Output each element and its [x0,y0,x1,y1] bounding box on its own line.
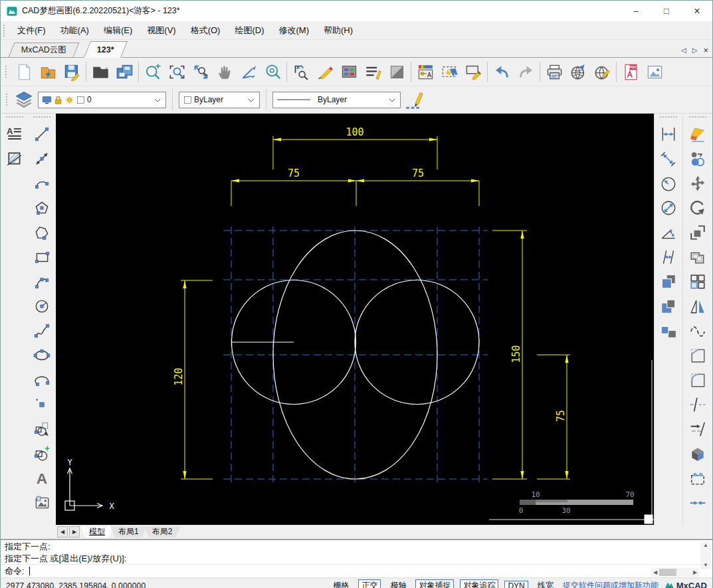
layout-tab-布局2[interactable]: 布局2 [144,526,181,538]
menu-文件(F)[interactable]: 文件(F) [10,21,53,39]
menu-编辑(E)[interactable]: 编辑(E) [96,21,140,39]
arc-sce-button[interactable] [30,171,54,195]
polyline-button[interactable] [30,221,54,245]
xline-button[interactable] [30,147,54,171]
close-button[interactable]: × [682,1,712,21]
tab-scroll-right-button[interactable]: ▷ [692,47,698,54]
draworder-back-button[interactable] [657,294,680,318]
feedback-link[interactable]: 提交软件问题或增加新功能 [563,580,659,588]
insert-image-button[interactable] [643,60,666,84]
color-palette-button[interactable] [337,60,361,84]
toggle-栅格[interactable]: 栅格 [330,579,352,588]
drawing-viewport[interactable]: 100 75 75 120 [56,114,654,525]
polygon-button[interactable] [30,196,54,220]
paper-corner-grip[interactable] [645,515,653,524]
tab-scroll-left-button[interactable]: ◁ [681,47,686,54]
dim-radius-button[interactable] [657,171,680,195]
rectangle-button[interactable] [30,245,54,269]
minimize-button[interactable]: – [621,1,651,21]
mirror-button[interactable] [686,294,710,318]
layout-scroll-left-button[interactable]: ◀ [57,526,68,538]
draworder-above-button[interactable] [657,319,680,343]
circle-radius-button[interactable] [30,294,54,318]
command-vertical-scrollbar[interactable]: ▲ ▼ [700,541,711,569]
join-button[interactable] [686,491,710,515]
document-tab-MxCAD云图[interactable]: MxCAD云图 [9,43,80,57]
scroll-up-icon[interactable]: ▲ [703,543,708,548]
maximize-button[interactable]: □ [651,1,682,21]
dim-diameter-button[interactable] [657,196,680,220]
open-folder-button[interactable] [88,60,112,84]
dim-linear-button[interactable] [657,122,680,146]
view-previous-button[interactable] [289,60,313,84]
open-url-button[interactable] [590,60,614,84]
fit-spline-button[interactable] [686,319,710,343]
stretch-button[interactable] [686,221,710,245]
menu-视图(V)[interactable]: 视图(V) [140,21,183,39]
sketch-button[interactable] [313,60,337,84]
scroll-left-icon[interactable]: ◀ [651,569,659,575]
draworder-front-button[interactable] [657,270,680,294]
point-button[interactable] [30,393,54,417]
menu-修改(M)[interactable]: 修改(M) [271,21,316,39]
menu-功能(A)[interactable]: 功能(A) [53,21,96,39]
spline-button[interactable] [30,319,54,343]
layer-manager-button[interactable] [413,60,437,84]
menu-帮助(H)[interactable]: 帮助(H) [316,21,360,39]
toggle-正交[interactable]: 正交 [358,579,381,588]
rotate-button[interactable] [686,196,710,220]
construction-grid[interactable] [223,227,488,483]
ellipse-arc-button[interactable] [30,368,54,392]
publish-web-button[interactable] [566,60,590,84]
toggle-线宽[interactable]: 线宽 [534,579,557,588]
break-button[interactable] [686,393,710,417]
export-pdf-button[interactable]: PDF [619,60,643,84]
hatch-button[interactable] [3,147,27,171]
mtext-button[interactable]: A [3,122,27,146]
save-all-button[interactable] [112,60,136,84]
command-window[interactable]: 指定下一点: 指定下一点 或[退出(E)/放弃(U)]: 命令: ▲ ▼ ◀ ▶ [1,539,712,577]
offset-button[interactable] [686,245,710,269]
undo-button[interactable] [490,60,514,84]
layer-select[interactable]: 0 [38,92,166,108]
chamfer-button[interactable] [686,343,710,367]
line-button[interactable] [30,122,54,146]
new-file-button[interactable] [12,60,36,84]
menu-格式(O)[interactable]: 格式(O) [183,21,228,39]
image-ref-button[interactable] [30,491,54,515]
dimension-layer[interactable]: 100 75 75 120 [173,126,570,479]
lineweight-button[interactable] [385,60,409,84]
toggle-极轴[interactable]: 极轴 [387,579,409,588]
match-properties-button[interactable] [461,60,485,84]
insert-block-button[interactable] [30,417,54,441]
zoom-window-button[interactable] [165,60,189,84]
redo-button[interactable] [514,60,538,84]
erase-button[interactable] [686,122,710,146]
zoom-extents-button[interactable] [189,60,213,84]
toggle-对象捕捉[interactable]: 对象捕捉 [415,579,454,588]
quick-select-button[interactable] [437,60,461,84]
tab-close-button[interactable]: × [703,46,708,54]
command-horizontal-scrollbar[interactable]: ◀ ▶ [651,568,699,577]
dim-angular-button[interactable] [657,221,680,245]
print-button[interactable] [542,60,566,84]
linetype-select[interactable]: ByLayer [272,92,401,108]
scroll-right-icon[interactable]: ▶ [691,569,699,575]
color-select[interactable]: ByLayer [179,92,260,108]
dim-parallel-button[interactable] [657,245,680,269]
pan-button[interactable] [213,60,237,84]
layout-tab-模型[interactable]: 模型 [81,526,113,538]
move-button[interactable] [686,171,710,195]
ucs-axes-button[interactable] [237,60,260,84]
dim-aligned-button[interactable] [657,147,680,171]
layer-list-button[interactable] [13,88,35,111]
drawing-canvas[interactable]: 100 75 75 120 [56,114,654,525]
fillet-button[interactable] [686,368,710,392]
document-tab-123*[interactable]: 123* [84,41,128,58]
explode-button[interactable] [686,442,710,466]
save-button[interactable] [60,60,84,84]
layout-scroll-right-button[interactable]: ▶ [69,526,80,538]
create-block-button[interactable] [30,442,54,466]
lengthen-button[interactable] [686,417,710,441]
zoom-center-button[interactable] [260,60,284,84]
